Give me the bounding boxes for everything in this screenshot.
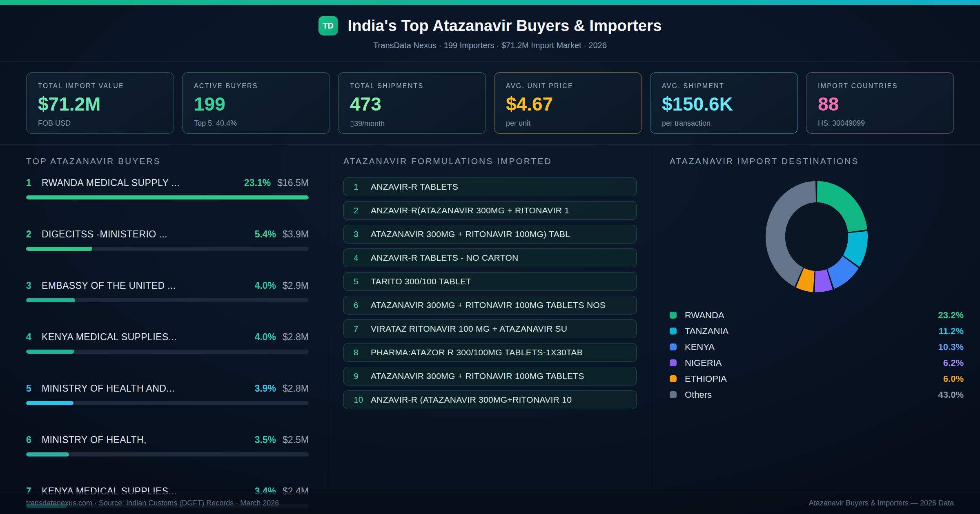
buyer-value: $2.9M <box>283 280 309 291</box>
buyer-percent: 4.0% <box>255 280 276 291</box>
formulation-name: PHARMA:ATAZOR R 300/100MG TABLETS-1X30TA… <box>371 348 583 357</box>
formulation-name: ATAZANAVIR 300MG + RITONAVIR 100MG) TABL <box>371 229 570 239</box>
stat-sub: Top 5: 40.4% <box>194 119 318 128</box>
legend-value: 6.0% <box>943 374 964 384</box>
stat-card: TOTAL SHIPMENTS473▯39/month <box>338 72 486 134</box>
stat-value: 199 <box>194 95 318 113</box>
formulation-item: 9ATAZANAVIR 300MG + RITONAVIR 100MG TABL… <box>343 367 637 386</box>
formulation-item: 2ANZAVIR-R(ATAZANAVIR 300MG + RITONAVIR … <box>343 201 637 220</box>
buyer-name: EMBASSY OF THE UNITED ... <box>42 280 255 291</box>
legend-value: 10.3% <box>938 342 964 352</box>
formulation-rank: 4 <box>354 253 371 263</box>
buyer-name: KENYA MEDICAL SUPPLIES... <box>42 332 255 343</box>
legend-row: ETHIOPIA6.0% <box>670 371 964 387</box>
formulation-name: ATAZANAVIR 300MG + RITONAVIR 100MG TABLE… <box>371 300 606 310</box>
formulation-item: 3ATAZANAVIR 300MG + RITONAVIR 100MG) TAB… <box>343 225 637 244</box>
page-subtitle: TransData Nexus · 199 Importers · $71.2M… <box>373 41 607 50</box>
formulation-rank: 9 <box>354 371 371 381</box>
stat-value: $4.67 <box>506 95 630 113</box>
formulation-item: 10ANZAVIR-R (ATAZANAVIR 300MG+RITONAVIR … <box>343 390 637 409</box>
buyer-row: 1RWANDA MEDICAL SUPPLY ...23.1%$16.5M <box>26 177 309 199</box>
formulation-item: 6ATAZANAVIR 300MG + RITONAVIR 100MG TABL… <box>343 296 637 315</box>
stat-value: 473 <box>350 95 474 113</box>
page-title: India's Top Atazanavir Buyers & Importer… <box>348 17 662 35</box>
donut-chart <box>762 177 871 296</box>
legend-swatch <box>670 391 677 398</box>
legend-label: KENYA <box>685 342 938 352</box>
buyer-row-header: 4KENYA MEDICAL SUPPLIES...4.0%$2.8M <box>26 332 309 343</box>
formulation-item: 5TARITO 300/100 TABLET <box>343 272 637 291</box>
formulation-rank: 3 <box>354 229 371 239</box>
buyer-name: RWANDA MEDICAL SUPPLY ... <box>42 177 244 188</box>
buyer-row: 4KENYA MEDICAL SUPPLIES...4.0%$2.8M <box>26 332 309 354</box>
buyers-list: 1RWANDA MEDICAL SUPPLY ...23.1%$16.5M2DI… <box>26 177 309 508</box>
formulation-name: ANZAVIR-R TABLETS <box>371 182 458 192</box>
buyer-progress-track <box>26 247 309 251</box>
legend-row: RWANDA23.2% <box>670 307 964 323</box>
formulation-rank: 1 <box>354 182 371 192</box>
stat-card: AVG. UNIT PRICE$4.67per unit <box>494 72 642 134</box>
buyer-row-header: 1RWANDA MEDICAL SUPPLY ...23.1%$16.5M <box>26 177 309 188</box>
main-columns: TOP ATAZANAVIR BUYERS 1RWANDA MEDICAL SU… <box>0 145 980 492</box>
buyer-progress-fill <box>26 195 309 199</box>
stat-label: IMPORT COUNTRIES <box>818 82 942 90</box>
buyer-progress-track <box>26 298 309 302</box>
buyer-progress-fill <box>26 350 74 354</box>
buyers-panel-title: TOP ATAZANAVIR BUYERS <box>26 156 309 166</box>
buyer-rank: 5 <box>26 383 42 394</box>
buyer-progress-fill <box>26 298 75 302</box>
legend-label: Others <box>685 390 938 400</box>
legend-swatch <box>670 375 677 382</box>
donut-hole <box>785 202 848 271</box>
destinations-panel: ATAZANAVIR IMPORT DESTINATIONS RWANDA23.… <box>653 145 980 492</box>
legend-label: RWANDA <box>685 310 938 321</box>
buyer-rank: 4 <box>26 332 42 343</box>
brand-badge: TD <box>318 16 338 35</box>
buyers-panel: TOP ATAZANAVIR BUYERS 1RWANDA MEDICAL SU… <box>0 145 327 492</box>
stat-sub: FOB USD <box>38 119 162 128</box>
legend-value: 11.2% <box>939 326 964 337</box>
stat-value: $150.6K <box>662 95 786 113</box>
donut-wrap <box>670 177 964 296</box>
footer-report-text: Atazanavir Buyers & Importers — 2026 Dat… <box>809 499 954 507</box>
formulation-rank: 7 <box>354 324 371 334</box>
buyer-row-header: 3EMBASSY OF THE UNITED ...4.0%$2.9M <box>26 280 309 291</box>
title-row: TD India's Top Atazanavir Buyers & Impor… <box>318 16 662 35</box>
buyer-value: $16.5M <box>277 177 309 188</box>
destinations-panel-title: ATAZANAVIR IMPORT DESTINATIONS <box>670 156 964 166</box>
buyer-percent: 23.1% <box>244 177 271 188</box>
buyer-value: $2.8M <box>283 332 309 343</box>
stat-sub: HS: 30049099 <box>818 119 942 128</box>
legend-row: TANZANIA11.2% <box>670 323 964 339</box>
formulation-name: ANZAVIR-R TABLETS - NO CARTON <box>371 253 518 263</box>
formulation-name: ANZAVIR-R (ATAZANAVIR 300MG+RITONAVIR 10 <box>371 395 572 405</box>
formulation-item: 4ANZAVIR-R TABLETS - NO CARTON <box>343 248 637 267</box>
buyer-progress-track <box>26 452 309 456</box>
dashboard-page: TD India's Top Atazanavir Buyers & Impor… <box>0 0 980 514</box>
stat-label: TOTAL SHIPMENTS <box>350 82 474 90</box>
buyer-progress-track <box>26 401 309 405</box>
formulation-name: ATAZANAVIR 300MG + RITONAVIR 100MG TABLE… <box>371 371 584 381</box>
buyer-row-header: 5MINISTRY OF HEALTH AND...3.9%$2.8M <box>26 383 309 394</box>
buyer-row: 3EMBASSY OF THE UNITED ...4.0%$2.9M <box>26 280 309 302</box>
buyer-name: MINISTRY OF HEALTH, <box>42 434 255 445</box>
buyer-value: $3.9M <box>283 229 309 240</box>
buyer-row: 6MINISTRY OF HEALTH,3.5%$2.5M <box>26 434 309 456</box>
buyer-rank: 6 <box>26 434 42 445</box>
stat-label: ACTIVE BUYERS <box>194 82 318 90</box>
legend-row: KENYA10.3% <box>670 339 964 355</box>
donut-legend: RWANDA23.2%TANZANIA11.2%KENYA10.3%NIGERI… <box>670 307 964 403</box>
footer-source-text: transdatanexus.com · Source: Indian Cust… <box>26 499 279 507</box>
buyer-progress-track <box>26 195 309 199</box>
stat-sub: ▯39/month <box>350 119 474 128</box>
buyer-percent: 3.5% <box>255 434 276 445</box>
buyer-progress-track <box>26 350 309 354</box>
legend-swatch <box>670 328 677 335</box>
legend-label: TANZANIA <box>685 326 939 337</box>
stat-card: IMPORT COUNTRIES88HS: 30049099 <box>806 72 954 134</box>
legend-row: NIGERIA6.2% <box>670 355 964 371</box>
formulation-item: 1ANZAVIR-R TABLETS <box>343 177 637 196</box>
header: TD India's Top Atazanavir Buyers & Impor… <box>0 5 980 62</box>
footer: transdatanexus.com · Source: Indian Cust… <box>0 492 980 514</box>
buyer-rank: 1 <box>26 177 42 188</box>
